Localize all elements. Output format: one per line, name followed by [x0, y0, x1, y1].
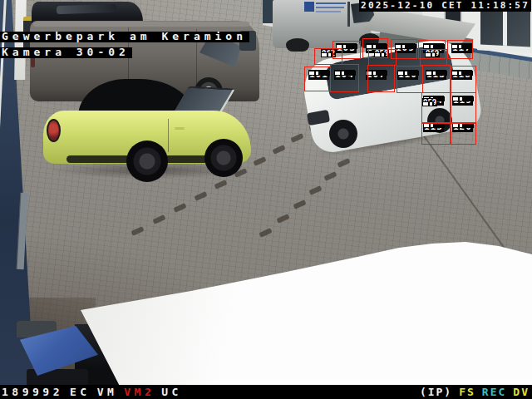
status-right: (IP)FSRECDV [413, 387, 530, 397]
cctv-frame: 1031061091121179629589691011041071101131… [0, 0, 532, 399]
detection-box [421, 123, 451, 145]
detection-box [451, 66, 476, 93]
osd-camera-info: Gewerbepark am Keramion Kamera 30-02 [0, 0, 132, 90]
status-segment: EC [70, 387, 91, 397]
status-segment: (IP) [420, 387, 452, 397]
detection-box [330, 64, 359, 92]
detection-box [314, 48, 342, 65]
osd-timestamp: 2025-12-10 CET 11:18:57 [359, 0, 531, 12]
status-segment: 189992 [2, 387, 63, 397]
status-left: 189992ECVMVM2UC [2, 387, 189, 397]
detection-box [422, 65, 451, 93]
status-segment: VM [97, 387, 118, 397]
status-segment: FS [459, 387, 475, 397]
detection-box [451, 92, 476, 123]
camera-id-label: Kamera 30-02 [0, 47, 132, 58]
status-segment: DV [513, 387, 530, 397]
detection-box [368, 49, 397, 66]
status-segment: UC [161, 387, 182, 397]
detection-box [397, 66, 423, 93]
status-segment: VM2 [124, 387, 155, 397]
status-segment: REC [482, 387, 506, 397]
detection-box [420, 49, 447, 66]
camera-location-label: Gewerbepark am Keramion [0, 32, 249, 42]
detection-box [451, 123, 476, 145]
detection-box [304, 66, 331, 91]
detection-box [447, 40, 473, 59]
detection-box [421, 92, 451, 123]
osd-status-bar: 189992ECVMVM2UC (IP)FSRECDV [0, 385, 532, 399]
detection-box [367, 65, 395, 92]
